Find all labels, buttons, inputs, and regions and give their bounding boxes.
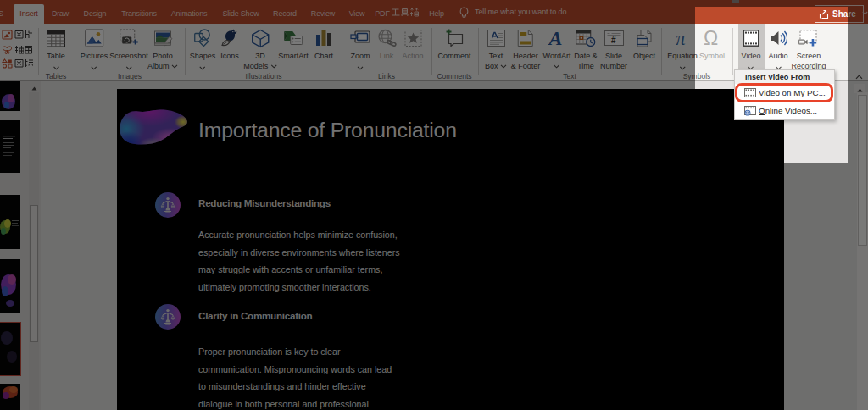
svg-text:Ω: Ω xyxy=(704,29,718,48)
